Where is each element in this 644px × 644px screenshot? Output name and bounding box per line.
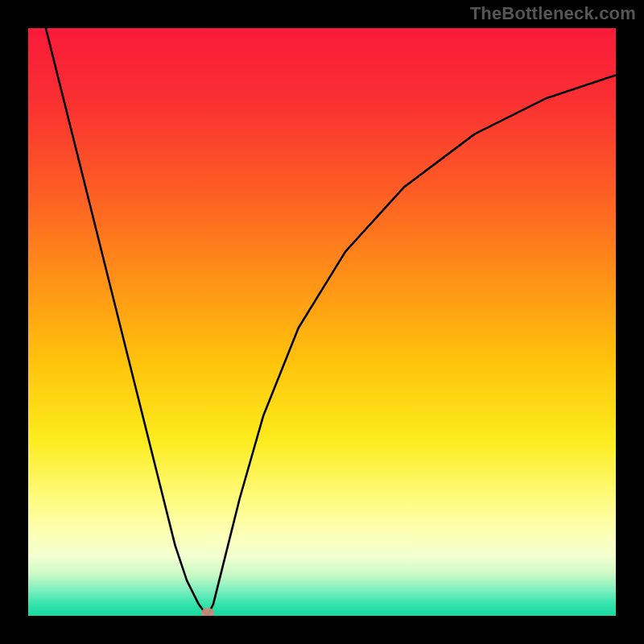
plot-area [28,28,616,616]
curve-svg [28,28,616,616]
bottleneck-curve [46,28,616,616]
optimum-marker [201,608,214,616]
watermark-label: TheBottleneck.com [470,3,636,24]
chart-outer-frame: TheBottleneck.com [0,0,644,644]
